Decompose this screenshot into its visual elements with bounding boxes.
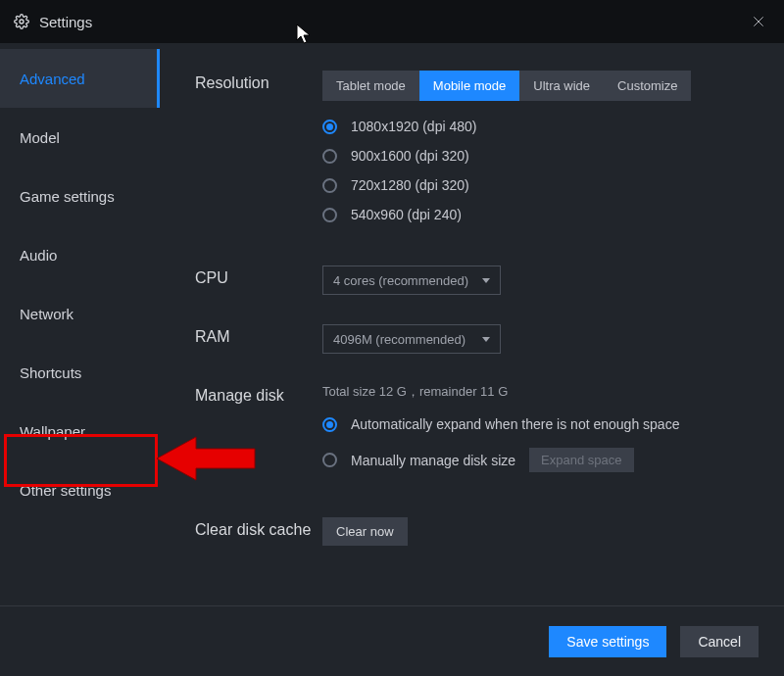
sidebar-item-label: Network	[20, 306, 74, 322]
footer: Save settings Cancel	[0, 605, 784, 676]
disk-label: Manage disk	[195, 383, 322, 405]
radio-icon	[322, 417, 337, 432]
close-button[interactable]	[747, 10, 770, 33]
radio-label: 1080x1920 (dpi 480)	[351, 119, 476, 134]
select-value: 4096M (recommended)	[333, 332, 466, 347]
svg-point-0	[20, 20, 24, 24]
sidebar-item-game-settings[interactable]: Game settings	[0, 167, 160, 225]
sidebar-item-label: Model	[20, 129, 60, 146]
sidebar-item-wallpaper[interactable]: Wallpaper	[0, 402, 160, 460]
window-title: Settings	[39, 14, 92, 30]
tab-ultra-wide[interactable]: Ultra wide	[519, 71, 604, 101]
radio-label: 540x960 (dpi 240)	[351, 207, 462, 222]
tab-label: Ultra wide	[533, 78, 590, 93]
sidebar-item-label: Wallpaper	[20, 423, 85, 440]
sidebar-item-network[interactable]: Network	[0, 284, 160, 343]
radio-icon	[322, 120, 337, 134]
tab-tablet-mode[interactable]: Tablet mode	[322, 71, 419, 101]
tab-label: Mobile mode	[433, 78, 506, 93]
disk-auto-option[interactable]: Automatically expand when there is not e…	[322, 416, 784, 432]
radio-icon	[322, 208, 337, 222]
sidebar-item-model[interactable]: Model	[0, 108, 160, 167]
sidebar-item-advanced[interactable]: Advanced	[0, 49, 160, 108]
sidebar-item-other-settings[interactable]: Other settings	[0, 460, 160, 519]
cpu-select[interactable]: 4 cores (recommended)	[322, 266, 501, 295]
sidebar-item-shortcuts[interactable]: Shortcuts	[0, 343, 160, 402]
radio-icon	[322, 453, 337, 467]
expand-space-button: Expand space	[529, 448, 633, 472]
sidebar-item-label: Audio	[20, 247, 57, 264]
sidebar-item-label: Advanced	[20, 71, 85, 87]
clear-cache-button[interactable]: Clear now	[322, 517, 408, 546]
radio-label: Manually manage disk size	[351, 453, 515, 468]
ram-select[interactable]: 4096M (recommended)	[322, 324, 501, 354]
resolution-option[interactable]: 540x960 (dpi 240)	[322, 207, 784, 222]
save-button[interactable]: Save settings	[549, 626, 666, 657]
tab-customize[interactable]: Customize	[604, 71, 691, 101]
cpu-label: CPU	[195, 266, 322, 287]
sidebar-item-label: Other settings	[20, 482, 111, 499]
disk-manual-option[interactable]: Manually manage disk size Expand space	[322, 448, 784, 472]
radio-icon	[322, 178, 337, 193]
chevron-down-icon	[482, 337, 490, 342]
disk-info: Total size 12 G，remainder 11 G	[322, 383, 784, 401]
title-bar: Settings	[0, 0, 784, 43]
tab-mobile-mode[interactable]: Mobile mode	[419, 71, 519, 101]
tab-label: Tablet mode	[336, 78, 406, 93]
content-pane: Resolution Tablet mode Mobile mode Ultra…	[160, 43, 784, 605]
cancel-button[interactable]: Cancel	[680, 626, 759, 657]
radio-label: 720x1280 (dpi 320)	[351, 177, 469, 193]
select-value: 4 cores (recommended)	[333, 273, 468, 288]
radio-label: Automatically expand when there is not e…	[351, 416, 679, 432]
tab-label: Customize	[617, 78, 677, 93]
sidebar-item-label: Game settings	[20, 188, 115, 205]
gear-icon	[14, 14, 29, 29]
ram-label: RAM	[195, 324, 322, 346]
resolution-option[interactable]: 1080x1920 (dpi 480)	[322, 119, 784, 134]
sidebar-item-audio[interactable]: Audio	[0, 225, 160, 284]
resolution-option[interactable]: 900x1600 (dpi 320)	[322, 148, 784, 164]
resolution-label: Resolution	[195, 71, 322, 92]
resolution-option[interactable]: 720x1280 (dpi 320)	[322, 177, 784, 193]
cache-label: Clear disk cache	[195, 517, 322, 539]
sidebar-item-label: Shortcuts	[20, 364, 81, 381]
sidebar: Advanced Model Game settings Audio Netwo…	[0, 43, 160, 605]
radio-label: 900x1600 (dpi 320)	[351, 148, 469, 164]
chevron-down-icon	[482, 278, 490, 283]
resolution-tabs: Tablet mode Mobile mode Ultra wide Custo…	[322, 71, 691, 101]
radio-icon	[322, 149, 337, 164]
